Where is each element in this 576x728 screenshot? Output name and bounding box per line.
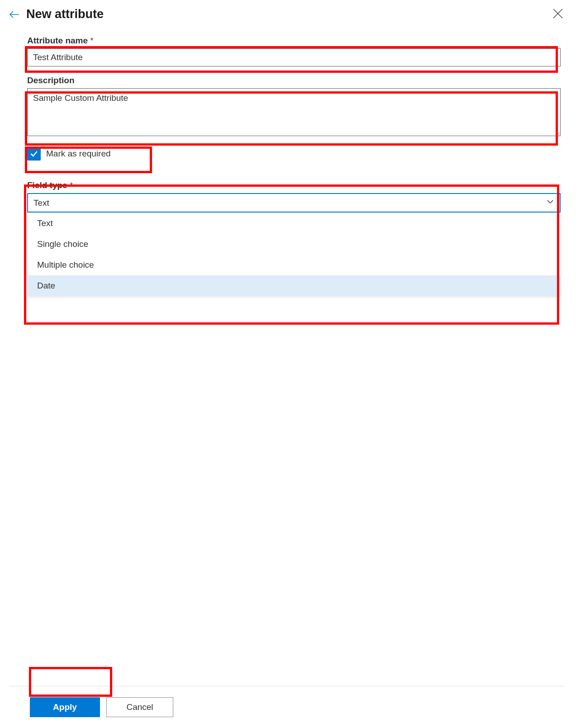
chevron-down-icon xyxy=(546,198,554,208)
description-input[interactable] xyxy=(27,88,561,136)
cancel-button[interactable]: Cancel xyxy=(106,697,173,717)
field-type-option-single-choice[interactable]: Single choice xyxy=(27,234,561,255)
mark-required-label: Mark as required xyxy=(46,149,111,159)
description-label: Description xyxy=(27,76,561,85)
field-type-option-date[interactable]: Date xyxy=(27,275,561,296)
close-icon[interactable] xyxy=(552,8,563,21)
field-type-selected-value: Text xyxy=(33,198,49,208)
mark-required-checkbox[interactable] xyxy=(27,147,41,161)
field-type-label: Field type * xyxy=(27,180,561,190)
required-star-icon: * xyxy=(70,180,73,190)
attribute-name-label: Attribute name * xyxy=(27,36,561,46)
back-arrow-icon[interactable] xyxy=(9,9,20,20)
field-type-dropdown: Text Single choice Multiple choice Date xyxy=(27,213,561,296)
attribute-name-input[interactable] xyxy=(27,48,561,66)
field-type-option-text[interactable]: Text xyxy=(27,213,561,234)
apply-button[interactable]: Apply xyxy=(30,697,100,717)
field-type-option-multiple-choice[interactable]: Multiple choice xyxy=(27,255,561,275)
field-type-select[interactable]: Text xyxy=(27,193,561,213)
required-star-icon: * xyxy=(90,36,93,45)
page-title: New attribute xyxy=(26,7,104,21)
